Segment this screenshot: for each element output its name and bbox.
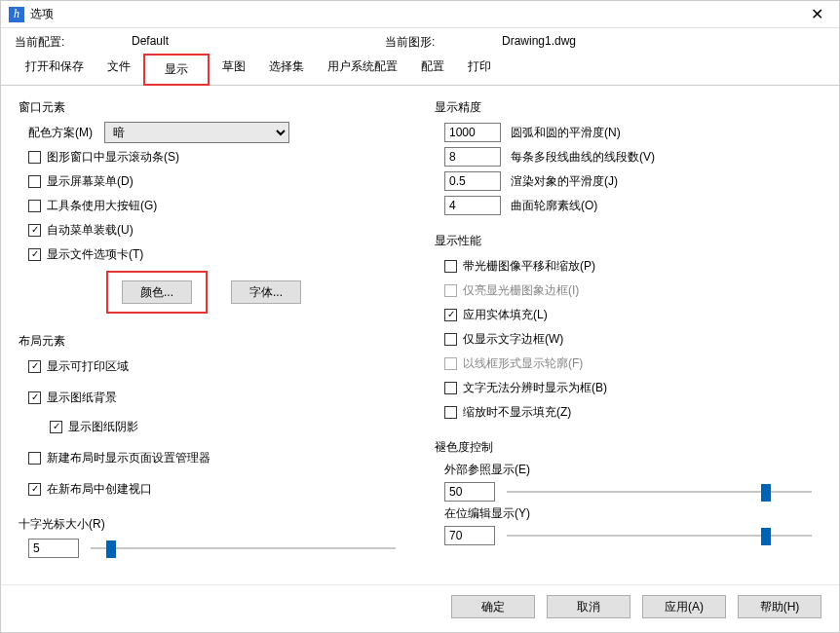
arc-smoothness-input[interactable] bbox=[444, 123, 501, 142]
tab-bar: 打开和保存 文件 显示 草图 选择集 用户系统配置 配置 打印 bbox=[1, 53, 839, 86]
tab-display[interactable]: 显示 bbox=[143, 54, 210, 86]
surface-contour-label: 曲面轮廓素线(O) bbox=[511, 198, 597, 214]
layout-elements-title: 布局元素 bbox=[19, 333, 405, 350]
text-as-box-checkbox[interactable] bbox=[444, 382, 457, 394]
hide-fill-zoom-checkbox[interactable] bbox=[444, 406, 457, 419]
fade-title: 褪色度控制 bbox=[435, 439, 821, 456]
tab-sketch[interactable]: 草图 bbox=[211, 54, 256, 86]
show-scrollbar-label: 图形窗口中显示滚动条(S) bbox=[47, 149, 179, 166]
ok-button[interactable]: 确定 bbox=[451, 595, 535, 618]
tab-selection[interactable]: 选择集 bbox=[258, 54, 315, 86]
show-paper-shadow-checkbox[interactable] bbox=[50, 421, 62, 433]
raster-pan-checkbox[interactable] bbox=[444, 260, 457, 273]
create-viewport-checkbox[interactable] bbox=[28, 483, 41, 496]
wire-outline-checkbox bbox=[444, 357, 457, 370]
show-file-tabs-checkbox[interactable] bbox=[28, 248, 41, 261]
text-frame-checkbox[interactable] bbox=[444, 333, 457, 346]
large-buttons-label: 工具条使用大按钮(G) bbox=[47, 198, 157, 214]
show-scrollbar-checkbox[interactable] bbox=[28, 151, 41, 164]
hide-fill-zoom-label: 缩放时不显示填充(Z) bbox=[463, 404, 571, 421]
show-paper-shadow-label: 显示图纸阴影 bbox=[68, 419, 138, 435]
cancel-button[interactable]: 取消 bbox=[547, 595, 630, 618]
color-scheme-label: 配色方案(M) bbox=[28, 125, 93, 141]
window-elements-title: 窗口元素 bbox=[19, 99, 405, 116]
raster-pan-label: 带光栅图像平移和缩放(P) bbox=[463, 258, 595, 275]
large-buttons-checkbox[interactable] bbox=[28, 200, 41, 212]
close-icon[interactable]: ✕ bbox=[803, 5, 831, 23]
app-icon: h bbox=[9, 7, 24, 22]
show-paper-bg-label: 显示图纸背景 bbox=[47, 390, 117, 406]
wire-outline-label: 以线框形式显示轮廓(F) bbox=[463, 355, 583, 372]
show-screen-menu-label: 显示屏幕菜单(D) bbox=[47, 173, 134, 190]
solid-fill-checkbox[interactable] bbox=[444, 309, 457, 321]
apply-button[interactable]: 应用(A) bbox=[642, 595, 726, 618]
auto-menu-checkbox[interactable] bbox=[28, 224, 41, 237]
help-button[interactable]: 帮助(H) bbox=[738, 595, 821, 618]
tab-open-save[interactable]: 打开和保存 bbox=[15, 54, 95, 86]
inplace-fade-input[interactable] bbox=[444, 526, 495, 545]
tab-file[interactable]: 文件 bbox=[96, 54, 141, 86]
show-print-area-checkbox[interactable] bbox=[28, 360, 41, 373]
text-frame-label: 仅显示文字边框(W) bbox=[463, 331, 563, 348]
inplace-fade-slider[interactable] bbox=[507, 526, 812, 545]
surface-contour-input[interactable] bbox=[444, 196, 501, 215]
color-scheme-select[interactable]: 暗 bbox=[104, 122, 289, 143]
show-paper-bg-checkbox[interactable] bbox=[28, 391, 41, 404]
text-as-box-label: 文字无法分辨时显示为框(B) bbox=[463, 380, 607, 396]
current-config-value: Default bbox=[132, 34, 385, 51]
xref-fade-label: 外部参照显示(E) bbox=[444, 462, 821, 478]
polyline-segments-input[interactable] bbox=[444, 147, 501, 167]
show-file-tabs-label: 显示文件选项卡(T) bbox=[47, 246, 143, 263]
tab-print[interactable]: 打印 bbox=[457, 54, 502, 86]
tab-user-prefs[interactable]: 用户系统配置 bbox=[317, 54, 408, 86]
current-config-label: 当前配置: bbox=[15, 34, 132, 51]
render-smoothness-input[interactable] bbox=[444, 171, 501, 191]
raster-frame-label: 仅亮显光栅图象边框(I) bbox=[463, 282, 579, 299]
xref-fade-input[interactable] bbox=[444, 482, 495, 502]
font-button[interactable]: 字体... bbox=[231, 280, 301, 304]
xref-fade-slider[interactable] bbox=[507, 482, 812, 502]
crosshair-input[interactable] bbox=[28, 539, 79, 558]
display-perf-title: 显示性能 bbox=[435, 233, 821, 249]
page-setup-mgr-checkbox[interactable] bbox=[28, 452, 41, 465]
display-precision-title: 显示精度 bbox=[435, 99, 821, 116]
crosshair-title: 十字光标大小(R) bbox=[19, 516, 405, 533]
polyline-segments-label: 每条多段线曲线的线段数(V) bbox=[511, 149, 655, 166]
window-title: 选项 bbox=[30, 6, 54, 22]
auto-menu-label: 自动菜单装载(U) bbox=[47, 222, 134, 239]
current-drawing-value: Drawing1.dwg bbox=[502, 34, 825, 51]
crosshair-slider[interactable] bbox=[91, 539, 396, 558]
color-button[interactable]: 颜色... bbox=[122, 280, 192, 304]
show-print-area-label: 显示可打印区域 bbox=[47, 358, 129, 375]
inplace-fade-label: 在位编辑显示(Y) bbox=[444, 505, 821, 522]
create-viewport-label: 在新布局中创建视口 bbox=[47, 481, 152, 498]
page-setup-mgr-label: 新建布局时显示页面设置管理器 bbox=[47, 450, 210, 466]
solid-fill-label: 应用实体填充(L) bbox=[463, 307, 548, 323]
current-drawing-label: 当前图形: bbox=[385, 34, 502, 51]
arc-smoothness-label: 圆弧和圆的平滑度(N) bbox=[511, 125, 621, 141]
raster-frame-checkbox bbox=[444, 284, 457, 297]
render-smoothness-label: 渲染对象的平滑度(J) bbox=[511, 173, 618, 190]
show-screen-menu-checkbox[interactable] bbox=[28, 175, 41, 188]
tab-config[interactable]: 配置 bbox=[410, 54, 455, 86]
